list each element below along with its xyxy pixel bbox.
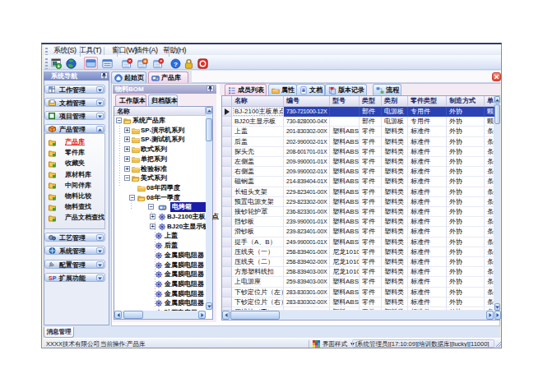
svg-text:?: ? (174, 61, 178, 68)
